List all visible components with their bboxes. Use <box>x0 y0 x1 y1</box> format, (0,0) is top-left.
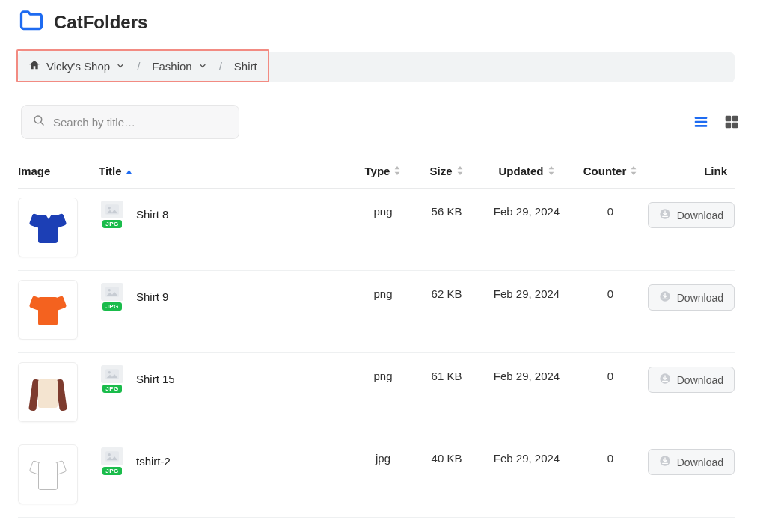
col-counter-label: Counter <box>583 165 627 177</box>
file-size: 61 KB <box>413 362 480 382</box>
title-cell[interactable]: JPG Shirt 15 <box>99 362 353 393</box>
breadcrumb-root[interactable]: Vicky's Shop <box>28 59 125 73</box>
image-file-icon: JPG <box>99 447 126 475</box>
file-type-tag: JPG <box>102 467 122 475</box>
folder-icon <box>18 7 45 37</box>
thumbnail[interactable] <box>18 444 99 504</box>
title-cell[interactable]: JPG tshirt-2 <box>99 444 353 475</box>
download-button[interactable]: Download <box>648 202 735 228</box>
grid-view-button[interactable] <box>724 114 739 129</box>
col-title-label: Title <box>99 165 122 177</box>
chevron-down-icon <box>198 60 207 73</box>
svg-rect-6 <box>726 123 732 129</box>
file-size: 62 KB <box>413 280 480 300</box>
file-updated: Feb 29, 2024 <box>480 280 573 300</box>
file-type: jpg <box>353 444 413 465</box>
file-counter: 0 <box>573 362 648 382</box>
search-input-wrap[interactable] <box>21 105 239 139</box>
download-button[interactable]: Download <box>648 449 735 475</box>
table-row: JPG Shirt 9 png 62 KB Feb 29, 2024 0 Dow… <box>18 271 735 353</box>
file-counter: 0 <box>573 280 648 300</box>
chevron-down-icon <box>116 60 125 73</box>
breadcrumb-highlight: Vicky's Shop / Fashion / Shirt <box>16 49 269 82</box>
svg-point-15 <box>108 371 111 373</box>
file-type: png <box>353 280 413 300</box>
thumbnail[interactable] <box>18 198 99 257</box>
col-type[interactable]: Type <box>353 165 413 177</box>
file-counter: 0 <box>573 198 648 218</box>
breadcrumb-mid-label: Fashion <box>152 60 192 73</box>
sort-asc-icon <box>126 165 132 177</box>
image-file-icon: JPG <box>99 283 126 311</box>
link-cell: Download <box>648 198 735 228</box>
sort-icon <box>548 165 555 177</box>
thumbnail[interactable] <box>18 362 99 422</box>
download-icon <box>659 208 671 222</box>
download-button[interactable]: Download <box>648 284 735 311</box>
col-image: Image <box>18 165 99 177</box>
link-cell: Download <box>648 280 735 311</box>
svg-rect-4 <box>726 116 732 122</box>
svg-rect-5 <box>732 116 738 122</box>
file-counter: 0 <box>573 444 648 465</box>
col-counter[interactable]: Counter <box>573 165 648 177</box>
table-row: JPG Shirt 8 png 56 KB Feb 29, 2024 0 Dow… <box>18 189 735 271</box>
table-header: Image Title Type Size Updated Counter L <box>18 165 735 189</box>
breadcrumb: Vicky's Shop / Fashion / Shirt <box>18 51 268 81</box>
svg-point-18 <box>108 453 111 456</box>
file-size: 40 KB <box>413 444 480 465</box>
download-label: Download <box>677 374 723 386</box>
toolbar <box>18 105 751 139</box>
col-size[interactable]: Size <box>413 165 480 177</box>
breadcrumb-mid[interactable]: Fashion <box>152 60 206 73</box>
file-updated: Feb 29, 2024 <box>480 198 573 218</box>
title-cell[interactable]: JPG Shirt 8 <box>99 198 353 228</box>
file-table: Image Title Type Size Updated Counter L <box>18 165 735 518</box>
col-image-label: Image <box>18 165 50 177</box>
breadcrumb-separator: / <box>219 60 222 73</box>
file-title: Shirt 15 <box>136 373 175 385</box>
file-type: png <box>353 198 413 218</box>
sort-icon <box>630 165 637 177</box>
download-icon <box>659 373 671 387</box>
breadcrumb-root-label: Vicky's Shop <box>46 60 110 73</box>
file-type: png <box>353 362 413 382</box>
link-cell: Download <box>648 362 735 393</box>
col-type-label: Type <box>365 165 390 177</box>
file-type-tag: JPG <box>102 385 122 393</box>
download-label: Download <box>677 292 723 304</box>
file-updated: Feb 29, 2024 <box>480 362 573 382</box>
app-title: CatFolders <box>54 12 147 33</box>
sort-icon <box>456 165 464 177</box>
download-icon <box>659 290 671 305</box>
home-icon <box>28 59 40 73</box>
download-icon <box>659 455 671 469</box>
title-cell[interactable]: JPG Shirt 9 <box>99 280 353 311</box>
svg-rect-1 <box>695 117 708 119</box>
col-title[interactable]: Title <box>99 165 353 177</box>
view-toggle <box>693 114 748 129</box>
thumbnail[interactable] <box>18 280 99 340</box>
svg-point-9 <box>108 207 111 209</box>
file-title: tshirt-2 <box>136 455 171 468</box>
download-label: Download <box>677 210 723 221</box>
breadcrumb-leaf-label: Shirt <box>234 60 257 73</box>
col-link-label: Link <box>704 165 727 177</box>
breadcrumb-leaf[interactable]: Shirt <box>234 60 257 73</box>
download-button[interactable]: Download <box>648 367 735 393</box>
svg-rect-2 <box>695 121 708 123</box>
search-input[interactable] <box>53 116 228 129</box>
download-label: Download <box>677 456 723 468</box>
breadcrumb-separator: / <box>137 60 140 73</box>
svg-rect-7 <box>732 123 738 129</box>
link-cell: Download <box>648 444 735 475</box>
sort-icon <box>393 165 401 177</box>
file-updated: Feb 29, 2024 <box>480 444 573 465</box>
image-file-icon: JPG <box>99 201 126 228</box>
list-view-button[interactable] <box>693 114 709 129</box>
file-title: Shirt 8 <box>136 208 168 221</box>
col-updated[interactable]: Updated <box>480 165 573 177</box>
image-file-icon: JPG <box>99 365 126 393</box>
table-row: JPG Shirt 15 png 61 KB Feb 29, 2024 0 Do… <box>18 353 735 435</box>
file-size: 56 KB <box>413 198 480 218</box>
